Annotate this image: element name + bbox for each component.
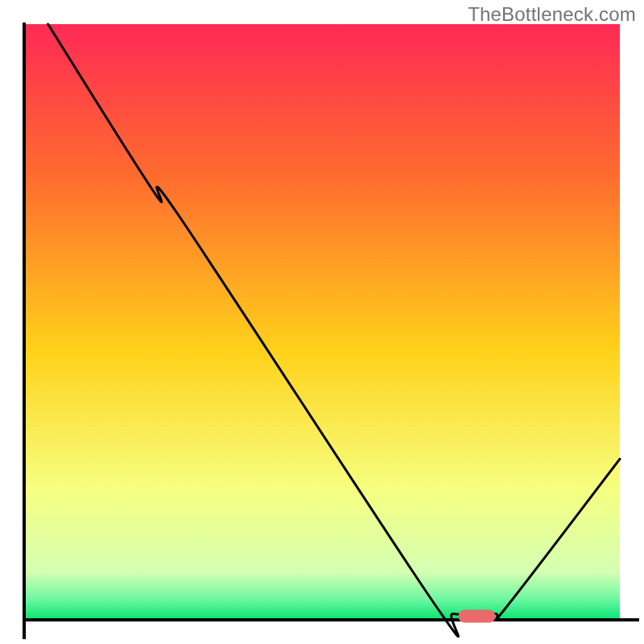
optimal-marker — [458, 610, 495, 623]
bottleneck-chart: TheBottleneck.com — [0, 0, 644, 644]
chart-background — [24, 24, 620, 620]
chart-svg — [0, 0, 644, 644]
